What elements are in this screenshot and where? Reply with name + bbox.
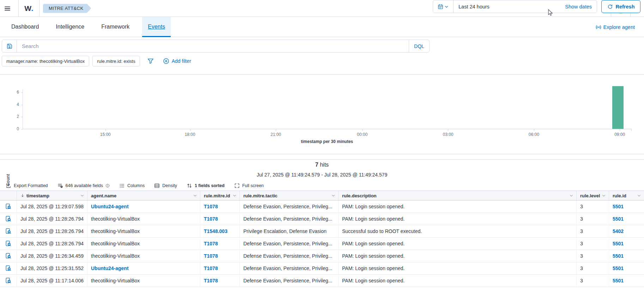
tab-framework[interactable]: Framework [96,17,135,37]
inspect-icon [5,203,12,210]
filter-options-button[interactable] [147,58,154,64]
y-tick-label: 6 [11,90,19,95]
column-header-mitre_id[interactable]: rule.mitre.id [200,191,240,200]
export-toolbar-button[interactable]: Export Formatted [6,183,48,189]
table-row: Jul 28, 2025 @ 11:28:26.794thecotilking-… [0,225,644,238]
calendar-icon [438,4,443,10]
chevron-down-icon [637,193,641,198]
column-header-description[interactable]: rule.description [339,191,577,200]
mitre-id-link[interactable]: T1548.003 [204,228,227,234]
add-filter-button[interactable]: Add filter [163,58,191,64]
inspect-document-button[interactable] [5,253,12,259]
column-header-timestamp[interactable]: timestamp [17,191,87,200]
fields-toolbar-button[interactable]: 646 available fields [57,183,110,189]
x-tick-label: 06:00 [529,132,539,137]
sort-toolbar-button[interactable]: 1 fields sorted [187,183,225,189]
rule-id-link[interactable]: 5501 [613,265,624,271]
column-label: rule.mitre.id [204,193,230,198]
column-actions-button[interactable] [80,193,84,198]
cell-mitre-id: T1078 [200,250,240,262]
column-header-level[interactable]: rule.level [577,191,609,200]
plot-area [23,83,631,129]
cell-agent-name: thecotilking-VirtualBox [87,275,200,287]
mitre-id-link[interactable]: T1078 [204,241,218,246]
table-row: Jul 28, 2025 @ 11:17:14.006thecotilking-… [0,275,644,287]
agent-link[interactable]: Ubuntu24-agent [91,265,129,271]
cell-rule-level: 3 [577,262,609,274]
column-actions-button[interactable] [232,193,237,198]
columns-icon [119,183,125,189]
rule-id-link[interactable]: 5402 [613,228,624,234]
x-tick-label: 09:00 [614,132,625,137]
search-input[interactable] [17,43,409,49]
tab-dashboard[interactable]: Dashboard [6,17,44,37]
x-tick-label: 03:00 [443,132,453,137]
menu-icon[interactable] [4,0,18,17]
histogram-bar[interactable] [612,86,623,129]
cell-rule-description: PAM: Login session opened. [339,250,577,262]
filter-pill[interactable]: rule.mitre.id: exists [92,56,140,66]
column-actions-button[interactable] [637,193,641,198]
inspect-document-button[interactable] [5,203,12,210]
inspect-document-button[interactable] [5,228,12,234]
inspect-document-button[interactable] [5,216,12,222]
x-tick-mark [620,129,620,131]
wazuh-mitre-attack-page: W. MITRE ATT&CK a DashboardIntelligenceF… [0,0,644,293]
column-actions-button[interactable] [569,193,573,198]
time-range-label[interactable]: Last 24 hours [454,4,494,10]
filter-pill[interactable]: manager.name: thecotilking-VirtualBox [2,56,89,66]
plus-circle-icon [163,58,169,64]
density-icon [154,183,160,189]
chevron-down-icon [80,193,84,198]
mitre-id-link[interactable]: T1078 [204,265,218,271]
rule-id-link[interactable]: 5501 [613,278,624,283]
column-actions-button[interactable] [602,193,606,198]
cell-rule-id: 5501 [609,238,644,250]
column-header-controls [0,191,17,200]
mitre-id-link[interactable]: T1078 [204,204,218,209]
y-axis-line [23,89,23,129]
column-header-rule_id[interactable]: rule.id [609,191,644,200]
rule-id-link[interactable]: 5501 [613,216,624,222]
query-language-button[interactable]: DQL [409,40,429,52]
cell-mitre-tactic: Defense Evasion, Persistence, Privileg..… [240,262,339,274]
panel-divider [0,159,644,160]
info-button[interactable] [105,184,110,188]
column-actions-button[interactable] [331,193,335,198]
cell-agent-name: Ubuntu24-agent [87,262,200,274]
tab-events[interactable]: Events [142,17,171,37]
rule-id-link[interactable]: 5501 [613,204,624,209]
column-label: rule.description [342,193,377,198]
inspect-document-button[interactable] [5,240,12,247]
inspect-icon [5,240,12,247]
x-tick-mark [276,129,276,131]
column-actions-button[interactable] [193,193,197,198]
fields-icon [57,183,63,189]
cell-agent-name: thecotilking-VirtualBox [87,250,200,262]
rule-id-link[interactable]: 5501 [613,253,624,259]
cell-mitre-tactic: Defense Evasion, Persistence, Privileg..… [240,275,339,287]
inspect-document-button[interactable] [5,265,12,271]
save-query-button[interactable] [2,40,17,52]
date-quick-select-button[interactable] [433,0,454,13]
mitre-id-link[interactable]: T1078 [204,253,218,259]
columns-toolbar-button[interactable]: Columns [119,183,145,189]
broadcast-icon [596,24,601,30]
inspect-document-button[interactable] [5,277,12,284]
logo-dot: . [31,4,33,12]
wazuh-logo[interactable]: W. [19,4,39,13]
mitre-id-link[interactable]: T1078 [204,216,218,222]
column-label: rule.id [613,193,626,198]
mitre-id-link[interactable]: T1078 [204,278,218,283]
show-dates-button[interactable]: Show dates [565,4,597,10]
explore-agent-button[interactable]: Explore agent [596,17,635,37]
column-header-tactic[interactable]: rule.mitre.tactic [240,191,339,200]
rule-id-link[interactable]: 5501 [613,241,624,246]
column-header-agent[interactable]: agent.name [87,191,200,200]
agent-link[interactable]: Ubuntu24-agent [91,204,129,209]
tab-intelligence[interactable]: Intelligence [50,17,90,37]
refresh-button[interactable]: Refresh [601,0,640,13]
table-body: Jul 28, 2025 @ 11:29:07.598Ubuntu24-agen… [0,201,644,287]
density-toolbar-button[interactable]: Density [154,183,177,189]
fullscreen-toolbar-button[interactable]: Full screen [234,183,264,189]
